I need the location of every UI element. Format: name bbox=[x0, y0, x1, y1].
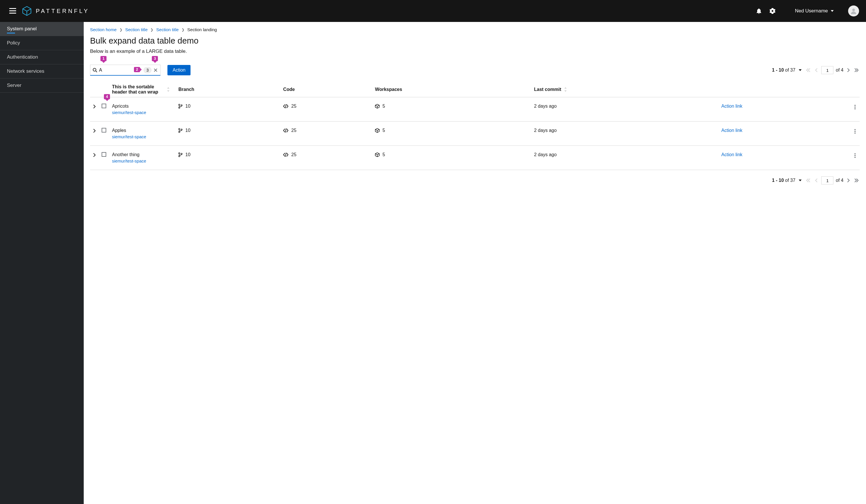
sidebar-item-label: System panel bbox=[7, 26, 37, 32]
action-button[interactable]: Action bbox=[167, 65, 190, 75]
row-name: Another thing bbox=[112, 152, 140, 157]
pagination-first-button[interactable] bbox=[805, 177, 811, 183]
annotation-callout-1: 1 bbox=[100, 56, 107, 61]
sidebar-item-system-panel[interactable]: System panel bbox=[0, 22, 84, 36]
svg-point-10 bbox=[179, 104, 180, 105]
angle-right-icon bbox=[93, 104, 96, 109]
sidebar-item-label: Network services bbox=[7, 68, 44, 74]
breadcrumb: Section home ❯ Section title ❯ Section t… bbox=[90, 27, 860, 32]
username-text: Ned Username bbox=[795, 8, 828, 14]
column-header-workspaces[interactable]: Workspaces bbox=[372, 82, 531, 97]
row-sublink[interactable]: siemur/test-space bbox=[112, 134, 173, 139]
column-header-code[interactable]: Code bbox=[280, 82, 372, 97]
pagination-range-text: 1 - 10 of 37 bbox=[772, 178, 795, 183]
username-dropdown[interactable]: Ned Username bbox=[795, 8, 834, 14]
hamburger-menu-button[interactable] bbox=[7, 6, 19, 16]
pagination-page-input[interactable] bbox=[821, 176, 833, 184]
sidebar-item-authentication[interactable]: Authentication bbox=[0, 50, 84, 64]
row-sublink[interactable]: siemur/test-space bbox=[112, 110, 173, 115]
sidebar-item-label: Policy bbox=[7, 40, 20, 46]
svg-point-6 bbox=[93, 68, 96, 71]
svg-point-26 bbox=[854, 155, 856, 156]
svg-point-5 bbox=[852, 9, 855, 11]
kebab-icon bbox=[854, 105, 856, 109]
breadcrumb-item[interactable]: Section title bbox=[125, 27, 148, 32]
notifications-button[interactable] bbox=[756, 8, 762, 14]
row-kebab-menu[interactable] bbox=[853, 128, 857, 135]
svg-point-23 bbox=[179, 156, 180, 157]
masthead-toolbar: Ned Username bbox=[756, 5, 859, 16]
clear-search-button[interactable] bbox=[153, 68, 158, 73]
expand-toggle[interactable] bbox=[93, 152, 96, 157]
branch-icon bbox=[178, 104, 182, 109]
pagination-next-button[interactable] bbox=[846, 177, 851, 183]
expand-toggle[interactable] bbox=[93, 104, 96, 109]
svg-point-12 bbox=[181, 105, 182, 106]
sidebar-item-server[interactable]: Server bbox=[0, 79, 84, 93]
svg-point-17 bbox=[179, 131, 180, 133]
sort-icon[interactable] bbox=[167, 87, 170, 92]
row-checkbox[interactable] bbox=[102, 128, 106, 133]
angle-right-icon bbox=[847, 68, 850, 72]
column-header-name[interactable]: This is the sortable header that can wra… bbox=[112, 84, 164, 95]
svg-point-13 bbox=[854, 105, 856, 106]
pagination-page-input[interactable] bbox=[821, 66, 833, 74]
expand-toggle[interactable] bbox=[93, 128, 96, 133]
row-sublink[interactable]: siemur/test-space bbox=[112, 158, 173, 164]
cube-icon bbox=[375, 153, 380, 157]
row-lastcommit-value: 2 days ago bbox=[534, 128, 557, 133]
pagination-perpage-toggle[interactable] bbox=[798, 68, 803, 72]
svg-point-11 bbox=[179, 107, 180, 108]
svg-point-21 bbox=[854, 133, 856, 134]
svg-point-19 bbox=[854, 129, 856, 130]
sidebar-item-network-services[interactable]: Network services bbox=[0, 64, 84, 79]
svg-rect-0 bbox=[9, 8, 16, 9]
avatar-icon bbox=[851, 8, 857, 14]
pagination-first-button[interactable] bbox=[805, 67, 811, 73]
sort-icon[interactable] bbox=[564, 87, 567, 92]
branch-icon bbox=[178, 128, 182, 133]
row-checkbox[interactable] bbox=[102, 152, 106, 157]
svg-rect-1 bbox=[9, 10, 16, 11]
row-kebab-menu[interactable] bbox=[853, 104, 857, 111]
pagination-last-button[interactable] bbox=[853, 67, 860, 73]
svg-rect-2 bbox=[9, 13, 16, 13]
code-icon bbox=[283, 128, 288, 133]
annotation-callout-3: 3 bbox=[152, 56, 158, 61]
branch-icon bbox=[178, 153, 182, 157]
row-action-link[interactable]: Action link bbox=[721, 104, 742, 109]
svg-point-24 bbox=[181, 153, 182, 155]
brand-logo-icon bbox=[22, 6, 32, 16]
column-header-branch[interactable]: Branch bbox=[176, 82, 280, 97]
avatar[interactable] bbox=[848, 5, 859, 16]
row-checkbox[interactable] bbox=[102, 104, 106, 108]
pagination-top: 1 - 10 of 37 of 4 bbox=[772, 66, 860, 74]
angle-double-left-icon bbox=[806, 178, 810, 182]
row-kebab-menu[interactable] bbox=[853, 152, 857, 159]
table-row: Apples siemur/test-space 10 25 bbox=[90, 122, 860, 146]
table-row: Another thing siemur/test-space 10 25 bbox=[90, 146, 860, 170]
sidebar-item-label: Authentication bbox=[7, 54, 38, 60]
page-description: Below is an example of a LARGE data tabl… bbox=[90, 48, 860, 54]
row-name: Apricots bbox=[112, 104, 129, 109]
pagination-last-button[interactable] bbox=[853, 177, 860, 183]
row-workspaces-value: 5 bbox=[382, 152, 385, 157]
pagination-next-button[interactable] bbox=[846, 67, 851, 73]
sidebar-item-policy[interactable]: Policy bbox=[0, 36, 84, 50]
settings-button[interactable] bbox=[769, 8, 775, 14]
pagination-range-value: 1 - 10 of 37 bbox=[772, 178, 795, 183]
pagination-prev-button[interactable] bbox=[814, 177, 819, 183]
masthead: PATTERNFLY Ned Username bbox=[0, 0, 866, 22]
row-action-link[interactable]: Action link bbox=[721, 128, 742, 133]
row-action-link[interactable]: Action link bbox=[721, 152, 742, 157]
cube-icon bbox=[375, 128, 380, 133]
pagination-perpage-toggle[interactable] bbox=[798, 178, 803, 182]
breadcrumb-item[interactable]: Section home bbox=[90, 27, 116, 32]
breadcrumb-item[interactable]: Section title bbox=[156, 27, 179, 32]
svg-point-27 bbox=[854, 157, 856, 158]
svg-point-22 bbox=[179, 153, 180, 154]
column-header-lastcommit[interactable]: Last commit bbox=[534, 87, 561, 92]
chevron-right-icon: ❯ bbox=[181, 28, 185, 32]
pagination-prev-button[interactable] bbox=[814, 67, 819, 73]
pagination-range-text: 1 - 10 of 37 bbox=[772, 68, 795, 73]
